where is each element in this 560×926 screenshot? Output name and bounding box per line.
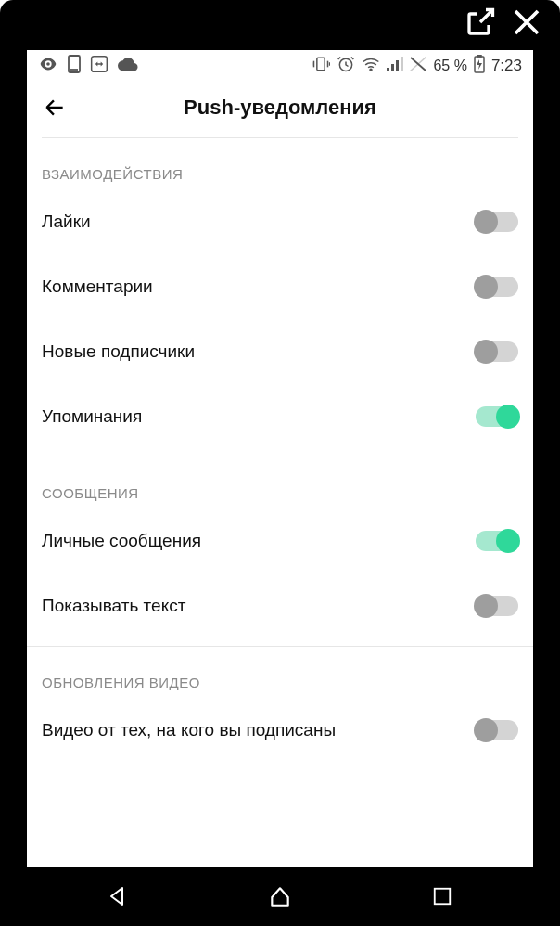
nav-recent-button[interactable] <box>424 878 461 915</box>
signal-icon <box>387 57 403 76</box>
setting-label: Упоминания <box>42 406 142 427</box>
android-nav-bar <box>0 867 560 926</box>
toggle-subscribed-videos[interactable] <box>476 720 518 740</box>
eye-icon <box>38 54 58 79</box>
toggle-mentions[interactable] <box>476 406 518 427</box>
toggle-direct-messages[interactable] <box>476 531 518 551</box>
status-time: 7:23 <box>491 57 522 75</box>
setting-label: Лайки <box>42 212 91 232</box>
setting-label: Видео от тех, на кого вы подписаны <box>42 720 336 740</box>
setting-label: Показывать текст <box>42 596 185 616</box>
section-header: СООБЩЕНИЯ <box>42 457 518 508</box>
nav-home-button[interactable] <box>261 878 299 915</box>
toggle-knob <box>496 405 520 429</box>
frame-top-controls <box>464 6 543 39</box>
status-left <box>38 54 138 79</box>
battery-percent: 65 % <box>433 58 466 74</box>
setting-label: Новые подписчики <box>42 341 195 362</box>
svg-rect-13 <box>434 889 450 905</box>
no-sim-icon <box>410 57 426 76</box>
screen: 65 % 7:23 Push-уведомления ВЗАИМОДЕЙСТВИ… <box>27 50 533 867</box>
setting-row: Комментарии <box>42 254 518 319</box>
page-title: Push-уведомления <box>68 96 492 120</box>
alarm-icon <box>337 55 355 78</box>
back-button[interactable] <box>42 95 68 121</box>
toggle-show-text[interactable] <box>476 596 518 616</box>
section-header: ВЗАИМОДЕЙСТВИЯ <box>42 138 518 189</box>
device-frame: 65 % 7:23 Push-уведомления ВЗАИМОДЕЙСТВИ… <box>0 0 560 926</box>
toggle-comments[interactable] <box>476 277 518 297</box>
setting-row: Упоминания <box>42 384 518 449</box>
setting-label: Личные сообщения <box>42 531 201 551</box>
setting-row: Лайки <box>42 189 518 254</box>
svg-rect-4 <box>317 58 325 70</box>
setting-row: Видео от тех, на кого вы подписаны <box>42 698 518 763</box>
status-right: 65 % 7:23 <box>312 55 522 78</box>
open-external-icon[interactable] <box>464 6 497 39</box>
svg-point-10 <box>370 69 372 71</box>
close-icon[interactable] <box>510 6 543 39</box>
nav-back-button[interactable] <box>99 878 136 915</box>
toggle-likes[interactable] <box>476 212 518 232</box>
svg-point-0 <box>46 62 50 66</box>
app-header: Push-уведомления <box>27 82 533 134</box>
phone-icon <box>68 55 81 78</box>
toggle-knob <box>474 594 498 618</box>
toggle-knob <box>474 210 498 234</box>
toggle-knob <box>474 718 498 742</box>
toggle-knob <box>474 340 498 364</box>
setting-row: Личные сообщения <box>42 508 518 573</box>
wifi-icon <box>362 57 380 76</box>
setting-row: Показывать текст <box>42 573 518 638</box>
setting-row: Новые подписчики <box>42 319 518 384</box>
svg-rect-12 <box>477 55 481 57</box>
cloud-icon <box>118 57 138 76</box>
vibrate-icon <box>312 56 330 77</box>
setting-label: Комментарии <box>42 277 153 297</box>
settings-content: ВЗАИМОДЕЙСТВИЯЛайкиКомментарииНовые подп… <box>27 137 533 763</box>
battery-icon <box>474 55 485 78</box>
status-bar: 65 % 7:23 <box>27 50 533 82</box>
teamviewer-icon <box>90 55 108 78</box>
section-header: ОБНОВЛЕНИЯ ВИДЕО <box>42 647 518 698</box>
toggle-knob <box>474 275 498 299</box>
toggle-new-followers[interactable] <box>476 341 518 362</box>
toggle-knob <box>496 529 520 553</box>
